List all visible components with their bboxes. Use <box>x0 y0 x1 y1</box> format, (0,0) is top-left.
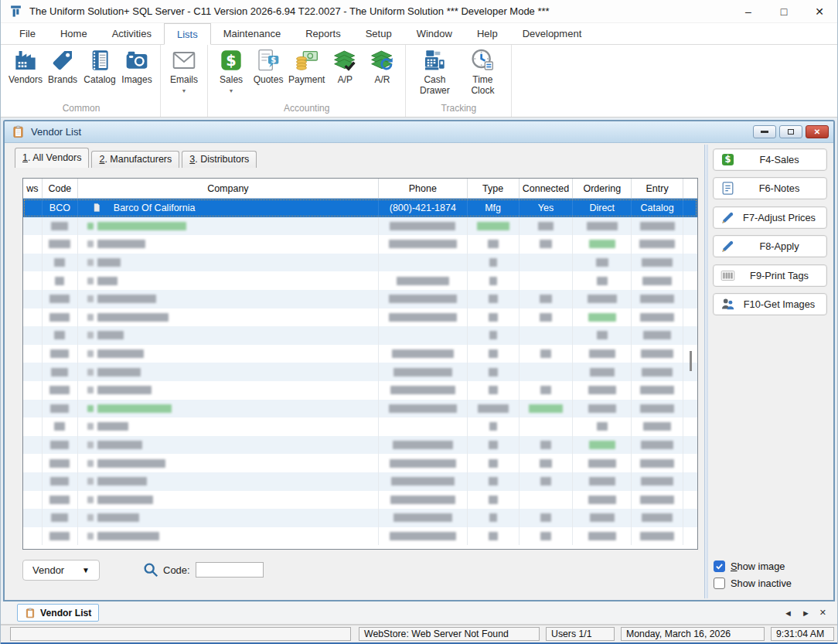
ribbon-button-catalog[interactable]: Catalog <box>83 47 117 86</box>
code-search: Code: <box>142 561 264 578</box>
table-row-redacted[interactable] <box>23 235 697 254</box>
menu-item-setup[interactable]: Setup <box>353 23 404 44</box>
menu-item-help[interactable]: Help <box>465 23 510 44</box>
cell-redacted <box>632 345 683 363</box>
checkbox-unchecked-icon[interactable] <box>714 578 725 589</box>
table-row-redacted[interactable] <box>23 254 697 272</box>
menu-item-maintenance[interactable]: Maintenance <box>211 23 293 44</box>
mdi-close-button[interactable]: ✕ <box>806 125 829 138</box>
table-row-redacted[interactable] <box>23 363 697 381</box>
table-row-redacted[interactable] <box>23 436 697 455</box>
tab-all-vendors[interactable]: 1. All Vendors <box>15 148 89 168</box>
tab-prev-icon[interactable]: ◄ <box>784 608 792 618</box>
cell-redacted <box>573 527 632 546</box>
ribbon-group-accounting: $Sales▼$QuotesPaymentA/PA/RAccounting <box>208 45 406 117</box>
menu-item-file[interactable]: File <box>7 23 48 44</box>
table-row-redacted[interactable] <box>23 308 697 327</box>
maximize-button[interactable]: □ <box>766 0 802 22</box>
cell-redacted <box>632 436 683 455</box>
table-row-selected[interactable]: BCOBarco Of California(800)-421-1874MfgY… <box>23 199 697 217</box>
cell-redacted <box>519 454 574 472</box>
window-tab-vendor-list[interactable]: Vendor List <box>17 604 99 622</box>
button-f10-get-images[interactable]: F10-Get Images <box>713 293 827 315</box>
company-name: Barco Of California <box>114 203 196 213</box>
column-header-company[interactable]: Company <box>78 179 379 198</box>
table-row-redacted[interactable] <box>23 472 697 491</box>
cell-redacted <box>519 254 574 272</box>
ribbon-button-a-p[interactable]: A/P <box>328 47 362 86</box>
ribbon-button-cash-drawer[interactable]: Cash Drawer <box>412 47 457 97</box>
panel-splitter[interactable] <box>704 145 708 598</box>
coins-icon <box>294 47 320 73</box>
button-f4-sales[interactable]: $F4-Sales <box>713 148 827 171</box>
cell-redacted <box>468 290 519 308</box>
minimize-button[interactable]: – <box>731 0 766 22</box>
cell-phone: (800)-421-1874 <box>379 199 468 217</box>
button-f6-notes[interactable]: F6-Notes <box>713 177 827 199</box>
column-header-phone[interactable]: Phone <box>379 179 468 198</box>
close-button[interactable]: ✕ <box>802 0 837 22</box>
table-row-redacted[interactable] <box>23 417 697 436</box>
ribbon-button-vendors[interactable]: Vendors <box>9 47 43 86</box>
table-row-redacted[interactable] <box>23 326 697 345</box>
chevron-down-icon[interactable]: ▼ <box>229 88 234 94</box>
button-f7-adjust-prices[interactable]: F7-Adjust Prices <box>713 206 827 229</box>
menu-item-reports[interactable]: Reports <box>293 23 353 44</box>
table-row-redacted[interactable] <box>23 491 697 509</box>
column-header-connected[interactable]: Connected <box>519 179 574 198</box>
column-header-entry[interactable]: Entry <box>632 179 683 198</box>
ribbon-button-quotes[interactable]: $Quotes <box>251 47 285 86</box>
checkbox-show-image[interactable]: Show image <box>714 561 792 572</box>
cell-redacted <box>468 472 519 491</box>
tab-distributors[interactable]: 3. Distributors <box>182 151 257 168</box>
ribbon-button-brands[interactable]: Brands <box>46 47 80 86</box>
cell-redacted <box>573 271 632 290</box>
column-header-code[interactable]: Code <box>43 179 78 198</box>
column-header-ordering[interactable]: Ordering <box>573 179 632 198</box>
cell-redacted <box>468 235 519 254</box>
chevron-down-icon[interactable]: ▼ <box>182 88 187 94</box>
table-row-redacted[interactable] <box>23 400 697 418</box>
checkbox-label: Show inactive <box>731 578 792 589</box>
ribbon-button-sales[interactable]: $Sales▼ <box>214 47 248 94</box>
vendor-filter-dropdown[interactable]: Vendor ▼ <box>22 560 100 581</box>
button-f8-apply[interactable]: F8-Apply <box>713 235 827 257</box>
vendor-table: wsCodeCompanyPhoneTypeConnectedOrderingE… <box>22 178 698 550</box>
tab-next-icon[interactable]: ► <box>802 608 810 618</box>
checkbox-checked-icon[interactable] <box>714 561 725 572</box>
table-row-redacted[interactable] <box>23 271 697 290</box>
table-row-redacted[interactable] <box>23 217 697 236</box>
table-row-redacted[interactable] <box>23 290 697 308</box>
cell-redacted <box>43 400 78 418</box>
checkbox-show-inactive[interactable]: Show inactive <box>714 578 792 589</box>
cell-redacted <box>468 417 519 436</box>
ribbon-button-a-r[interactable]: A/R <box>365 47 399 86</box>
menu-item-activities[interactable]: Activities <box>100 23 164 44</box>
mdi-minimize-button[interactable] <box>753 125 776 138</box>
ribbon-button-emails[interactable]: Emails▼ <box>167 47 201 94</box>
table-row-redacted[interactable] <box>23 509 697 527</box>
button-f9-print-tags[interactable]: F9-Print Tags <box>713 264 827 287</box>
cell-redacted <box>23 400 43 418</box>
menu-item-window[interactable]: Window <box>404 23 465 44</box>
ribbon-button-images[interactable]: Images <box>120 47 154 86</box>
table-scrollbar-thumb[interactable] <box>690 351 692 371</box>
vendor-window-titlebar[interactable]: Vendor List ✕ <box>5 121 833 143</box>
tab-manufacturers[interactable]: 2. Manufacturers <box>91 151 179 168</box>
ribbon-button-payment[interactable]: Payment <box>288 47 325 86</box>
menu-item-lists[interactable]: Lists <box>164 23 211 45</box>
table-row-redacted[interactable] <box>23 381 697 400</box>
table-row-redacted[interactable] <box>23 527 697 546</box>
column-header-ws[interactable]: ws <box>23 179 43 198</box>
cell-redacted <box>519 491 574 509</box>
menu-item-home[interactable]: Home <box>48 23 100 44</box>
ribbon-button-time-clock[interactable]: Time Clock <box>460 47 505 97</box>
cell-redacted <box>23 454 43 472</box>
tab-close-icon[interactable]: ✕ <box>819 608 826 618</box>
mdi-restore-button[interactable] <box>779 125 802 138</box>
table-row-redacted[interactable] <box>23 345 697 363</box>
menu-item-development[interactable]: Development <box>510 23 594 44</box>
table-row-redacted[interactable] <box>23 454 697 472</box>
column-header-type[interactable]: Type <box>468 179 519 198</box>
code-search-input[interactable] <box>196 562 264 578</box>
